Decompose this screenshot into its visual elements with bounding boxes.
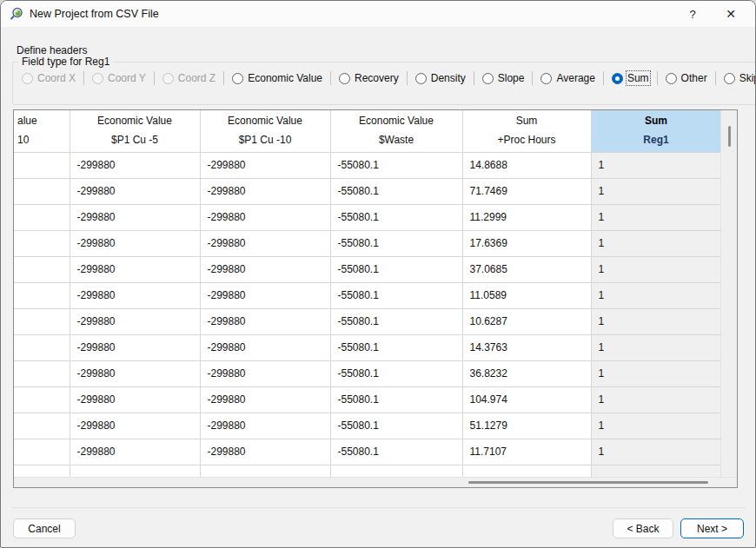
column-header--waste[interactable]: Economic Value$Waste (330, 110, 462, 152)
field-type-radio-sum[interactable]: Sum (612, 72, 649, 84)
radio-label: Skip (739, 72, 756, 84)
table-row: -299880-299880-55080.111.29991 (14, 204, 721, 230)
table-cell: 11.7107 (462, 439, 591, 465)
table-cell: -299880 (200, 230, 330, 256)
table-cell: 11.0589 (462, 282, 591, 308)
csv-preview-table: alue10Economic Value$P1 Cu -5Economic Va… (13, 109, 738, 488)
back-button[interactable]: < Back (613, 518, 673, 538)
table-cell: 1 (591, 256, 721, 282)
radio-button-icon (482, 73, 494, 84)
field-type-radio-coord-z: Coord Z (162, 72, 216, 84)
table-viewport: alue10Economic Value$P1 Cu -5Economic Va… (14, 110, 721, 478)
field-type-group-title: Field type for Reg1 (18, 56, 113, 68)
radio-label: Recovery (355, 72, 399, 84)
table-cell: -299880 (70, 204, 200, 230)
table-cell: -299880 (200, 204, 330, 230)
table-cell: 37.0685 (462, 256, 591, 282)
vertical-scrollbar[interactable] (720, 110, 737, 478)
table-cell: -55080.1 (330, 413, 462, 439)
table-cell (14, 256, 70, 282)
footer-separator (11, 507, 745, 508)
table-cell: 1 (591, 360, 721, 386)
column-type-label: Sum (465, 116, 589, 127)
column-header--proc-hours[interactable]: Sum+Proc Hours (462, 110, 591, 152)
table-row: -299880-299880-55080.114.86881 (14, 152, 721, 178)
column-header--p1-cu-5[interactable]: Economic Value$P1 Cu -5 (70, 110, 200, 152)
field-type-radio-coord-y: Coord Y (92, 72, 146, 84)
table-row: -299880-299880-55080.110.62871 (14, 308, 721, 334)
cancel-button[interactable]: Cancel (13, 518, 76, 538)
radio-label: Slope (498, 72, 525, 84)
table-cell: -55080.1 (330, 386, 462, 413)
horizontal-scrollbar-thumb[interactable] (468, 481, 708, 484)
column-header-10[interactable]: alue10 (14, 110, 70, 152)
table-cell: -299880 (70, 256, 200, 282)
table-cell (14, 230, 70, 256)
field-type-radio-average[interactable]: Average (540, 72, 594, 84)
table-cell (14, 308, 70, 334)
column-type-label: alue (16, 116, 68, 127)
column-header--p1-cu-10[interactable]: Economic Value$P1 Cu -10 (200, 110, 330, 152)
horizontal-scrollbar[interactable] (14, 477, 737, 487)
help-button[interactable]: ? (675, 1, 710, 27)
table-cell: -299880 (70, 152, 200, 178)
table-cell (14, 178, 70, 204)
table-cell: 1 (591, 282, 721, 308)
radio-button-icon (339, 73, 350, 84)
table-cell: 1 (591, 439, 721, 465)
field-type-radio-economic-value[interactable]: Economic Value (232, 72, 322, 84)
field-type-radio-row: Coord XCoord YCoord ZEconomic ValueRecov… (13, 68, 756, 85)
table-cell (14, 282, 70, 308)
table-cell: -55080.1 (330, 360, 462, 386)
radio-separator (223, 71, 224, 85)
radio-label: Economic Value (248, 72, 322, 84)
table-cell: -299880 (200, 256, 330, 282)
table-cell: 1 (591, 413, 721, 439)
radio-separator (330, 71, 331, 85)
close-button[interactable]: ✕ (713, 1, 748, 27)
table-cell (14, 386, 70, 413)
table-cell: -299880 (70, 360, 200, 386)
radio-button-icon (415, 73, 427, 84)
table-header-row: alue10Economic Value$P1 Cu -5Economic Va… (14, 110, 721, 152)
table-cell (14, 360, 70, 386)
field-type-radio-recovery[interactable]: Recovery (339, 72, 399, 84)
table-row: -299880-299880-55080.137.06851 (14, 256, 721, 282)
table-cell: -55080.1 (330, 178, 462, 204)
vertical-scrollbar-thumb[interactable] (728, 126, 731, 147)
table-cell: 11.2999 (462, 204, 591, 230)
table-row: -299880-299880-55080.111.05891 (14, 282, 721, 308)
table-cell: -299880 (70, 413, 200, 439)
next-button[interactable]: Next > (680, 518, 744, 538)
column-type-label: Economic Value (72, 116, 198, 127)
titlebar: New Project from CSV File ? ✕ (1, 1, 755, 27)
radio-button-icon (724, 73, 735, 84)
table-cell: -299880 (70, 439, 200, 465)
column-field-label: $P1 Cu -5 (72, 135, 198, 146)
table-row: -299880-299880-55080.151.12791 (14, 413, 721, 439)
radio-separator (715, 71, 716, 85)
table-cell: 1 (591, 152, 721, 178)
column-type-label: Economic Value (333, 116, 461, 127)
radio-separator (154, 71, 155, 85)
field-type-radio-density[interactable]: Density (415, 72, 466, 84)
field-type-radio-skip[interactable]: Skip (724, 72, 756, 84)
radio-separator (474, 71, 474, 85)
table-cell: -299880 (200, 413, 330, 439)
radio-separator (83, 71, 84, 85)
column-header-reg1[interactable]: SumReg1 (591, 110, 721, 152)
table-cell: 1 (591, 178, 721, 204)
table-cell: -299880 (200, 178, 330, 204)
table-cell: -55080.1 (330, 282, 462, 308)
table-cell: -299880 (70, 230, 200, 256)
radio-button-icon (232, 73, 243, 84)
table-cell: -55080.1 (330, 256, 462, 282)
field-type-radio-slope[interactable]: Slope (482, 72, 525, 84)
table-row: -299880-299880-55080.117.63691 (14, 230, 721, 256)
table-cell (591, 465, 721, 478)
field-type-radio-other[interactable]: Other (666, 72, 707, 84)
radio-label: Average (556, 72, 594, 84)
table-row: -299880-299880-55080.111.71071 (14, 439, 721, 465)
radio-button-icon (540, 73, 552, 84)
table-cell: -55080.1 (330, 230, 462, 256)
